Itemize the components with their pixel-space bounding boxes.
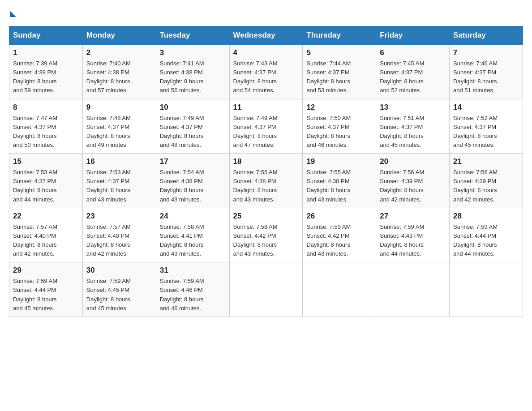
day-number: 31 [160, 266, 226, 275]
logo [9, 9, 16, 17]
calendar-table: SundayMondayTuesdayWednesdayThursdayFrid… [9, 26, 523, 317]
calendar-cell: 25Sunrise: 7:58 AMSunset: 4:42 PMDayligh… [229, 208, 303, 262]
day-info: Sunrise: 7:39 AMSunset: 4:38 PMDaylight:… [13, 60, 57, 94]
day-info: Sunrise: 7:46 AMSunset: 4:37 PMDaylight:… [453, 60, 498, 94]
col-header-monday: Monday [82, 26, 156, 45]
col-header-thursday: Thursday [303, 26, 376, 45]
day-number: 10 [160, 103, 226, 112]
col-header-friday: Friday [376, 26, 450, 45]
day-info: Sunrise: 7:49 AMSunset: 4:37 PMDaylight:… [233, 115, 278, 148]
day-number: 15 [13, 157, 79, 166]
day-number: 3 [160, 48, 226, 57]
day-info: Sunrise: 7:59 AMSunset: 4:44 PMDaylight:… [13, 278, 57, 311]
day-info: Sunrise: 7:59 AMSunset: 4:44 PMDaylight:… [453, 223, 498, 257]
day-info: Sunrise: 7:47 AMSunset: 4:37 PMDaylight:… [13, 115, 57, 148]
day-info: Sunrise: 7:54 AMSunset: 4:38 PMDaylight:… [160, 169, 204, 202]
day-info: Sunrise: 7:43 AMSunset: 4:37 PMDaylight:… [233, 60, 278, 94]
day-number: 9 [86, 103, 152, 112]
day-number: 1 [13, 48, 79, 57]
calendar-cell: 16Sunrise: 7:53 AMSunset: 4:37 PMDayligh… [82, 154, 156, 208]
calendar-cell: 6Sunrise: 7:45 AMSunset: 4:37 PMDaylight… [376, 45, 450, 99]
calendar-cell: 9Sunrise: 7:48 AMSunset: 4:37 PMDaylight… [82, 99, 156, 154]
calendar-week-row: 8Sunrise: 7:47 AMSunset: 4:37 PMDaylight… [9, 99, 523, 154]
calendar-week-row: 29Sunrise: 7:59 AMSunset: 4:44 PMDayligh… [9, 262, 523, 317]
calendar-cell: 13Sunrise: 7:51 AMSunset: 4:37 PMDayligh… [376, 99, 450, 154]
calendar-cell: 29Sunrise: 7:59 AMSunset: 4:44 PMDayligh… [9, 262, 83, 317]
calendar-cell: 10Sunrise: 7:49 AMSunset: 4:37 PMDayligh… [156, 99, 229, 154]
calendar-body: 1Sunrise: 7:39 AMSunset: 4:38 PMDaylight… [9, 45, 523, 317]
day-number: 26 [306, 212, 372, 221]
day-info: Sunrise: 7:50 AMSunset: 4:37 PMDaylight:… [306, 115, 351, 148]
day-number: 2 [86, 48, 152, 57]
day-number: 30 [86, 266, 152, 275]
calendar-cell: 18Sunrise: 7:55 AMSunset: 4:38 PMDayligh… [229, 154, 303, 208]
calendar-cell: 30Sunrise: 7:59 AMSunset: 4:45 PMDayligh… [82, 262, 156, 317]
calendar-cell: 31Sunrise: 7:59 AMSunset: 4:46 PMDayligh… [156, 262, 229, 317]
col-header-tuesday: Tuesday [156, 26, 229, 45]
calendar-cell: 22Sunrise: 7:57 AMSunset: 4:40 PMDayligh… [9, 208, 83, 262]
day-number: 16 [86, 157, 152, 166]
day-info: Sunrise: 7:59 AMSunset: 4:42 PMDaylight:… [306, 223, 351, 257]
col-header-sunday: Sunday [9, 26, 83, 45]
day-number: 12 [306, 103, 372, 112]
calendar-cell [303, 262, 376, 317]
day-number: 24 [160, 212, 226, 221]
day-info: Sunrise: 7:40 AMSunset: 4:38 PMDaylight:… [86, 60, 131, 94]
calendar-cell: 19Sunrise: 7:55 AMSunset: 4:38 PMDayligh… [303, 154, 376, 208]
calendar-week-row: 1Sunrise: 7:39 AMSunset: 4:38 PMDaylight… [9, 45, 523, 99]
day-number: 23 [86, 212, 152, 221]
day-number: 6 [380, 48, 446, 57]
col-header-wednesday: Wednesday [229, 26, 303, 45]
day-info: Sunrise: 7:55 AMSunset: 4:38 PMDaylight:… [306, 169, 351, 202]
day-info: Sunrise: 7:44 AMSunset: 4:37 PMDaylight:… [306, 60, 351, 94]
day-info: Sunrise: 7:41 AMSunset: 4:38 PMDaylight:… [160, 60, 204, 94]
day-number: 5 [306, 48, 372, 57]
day-number: 20 [380, 157, 446, 166]
day-info: Sunrise: 7:58 AMSunset: 4:41 PMDaylight:… [160, 223, 204, 257]
calendar-cell: 21Sunrise: 7:56 AMSunset: 4:39 PMDayligh… [450, 154, 523, 208]
calendar-cell: 3Sunrise: 7:41 AMSunset: 4:38 PMDaylight… [156, 45, 229, 99]
calendar-cell [450, 262, 523, 317]
day-number: 17 [160, 157, 226, 166]
day-info: Sunrise: 7:51 AMSunset: 4:37 PMDaylight:… [380, 115, 424, 148]
calendar-cell: 2Sunrise: 7:40 AMSunset: 4:38 PMDaylight… [82, 45, 156, 99]
calendar-cell: 7Sunrise: 7:46 AMSunset: 4:37 PMDaylight… [450, 45, 523, 99]
calendar-cell: 15Sunrise: 7:53 AMSunset: 4:37 PMDayligh… [9, 154, 83, 208]
day-number: 7 [453, 48, 519, 57]
col-header-saturday: Saturday [450, 26, 523, 45]
calendar-cell: 4Sunrise: 7:43 AMSunset: 4:37 PMDaylight… [229, 45, 303, 99]
calendar-cell: 28Sunrise: 7:59 AMSunset: 4:44 PMDayligh… [450, 208, 523, 262]
page-header [9, 9, 523, 17]
day-info: Sunrise: 7:59 AMSunset: 4:43 PMDaylight:… [380, 223, 424, 257]
day-info: Sunrise: 7:57 AMSunset: 4:40 PMDaylight:… [86, 223, 131, 257]
calendar-cell [229, 262, 303, 317]
calendar-cell: 11Sunrise: 7:49 AMSunset: 4:37 PMDayligh… [229, 99, 303, 154]
calendar-cell: 12Sunrise: 7:50 AMSunset: 4:37 PMDayligh… [303, 99, 376, 154]
day-info: Sunrise: 7:56 AMSunset: 4:39 PMDaylight:… [380, 169, 424, 202]
day-info: Sunrise: 7:55 AMSunset: 4:38 PMDaylight:… [233, 169, 278, 202]
calendar-cell: 27Sunrise: 7:59 AMSunset: 4:43 PMDayligh… [376, 208, 450, 262]
day-number: 4 [233, 48, 299, 57]
day-info: Sunrise: 7:57 AMSunset: 4:40 PMDaylight:… [13, 223, 57, 257]
calendar-cell: 14Sunrise: 7:52 AMSunset: 4:37 PMDayligh… [450, 99, 523, 154]
day-number: 21 [453, 157, 519, 166]
day-info: Sunrise: 7:56 AMSunset: 4:39 PMDaylight:… [453, 169, 498, 202]
day-number: 28 [453, 212, 519, 221]
day-number: 14 [453, 103, 519, 112]
day-number: 27 [380, 212, 446, 221]
day-info: Sunrise: 7:59 AMSunset: 4:45 PMDaylight:… [86, 278, 131, 311]
calendar-cell: 20Sunrise: 7:56 AMSunset: 4:39 PMDayligh… [376, 154, 450, 208]
calendar-cell: 8Sunrise: 7:47 AMSunset: 4:37 PMDaylight… [9, 99, 83, 154]
day-number: 11 [233, 103, 299, 112]
day-number: 8 [13, 103, 79, 112]
calendar-cell: 5Sunrise: 7:44 AMSunset: 4:37 PMDaylight… [303, 45, 376, 99]
day-number: 18 [233, 157, 299, 166]
calendar-week-row: 15Sunrise: 7:53 AMSunset: 4:37 PMDayligh… [9, 154, 523, 208]
logo-arrow-icon [10, 11, 16, 17]
day-info: Sunrise: 7:53 AMSunset: 4:37 PMDaylight:… [13, 169, 57, 202]
calendar-cell: 17Sunrise: 7:54 AMSunset: 4:38 PMDayligh… [156, 154, 229, 208]
day-number: 29 [13, 266, 79, 275]
day-info: Sunrise: 7:53 AMSunset: 4:37 PMDaylight:… [86, 169, 131, 202]
day-info: Sunrise: 7:48 AMSunset: 4:37 PMDaylight:… [86, 115, 131, 148]
day-number: 19 [306, 157, 372, 166]
